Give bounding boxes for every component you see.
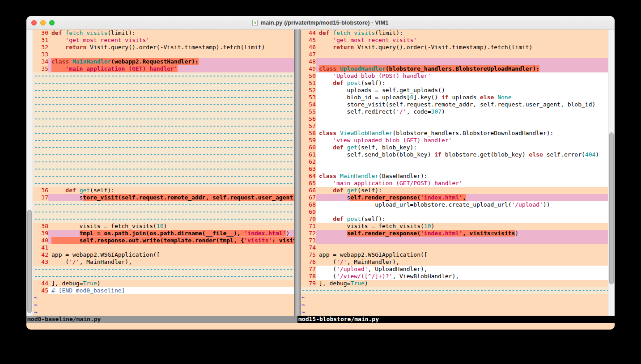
line-number: 32: [33, 44, 48, 51]
code-line: # [END mod0_baseline]: [48, 287, 294, 294]
code-row: 69: [301, 208, 608, 216]
line-number: 31: [33, 37, 48, 44]
diff-filler-dashes: ----------------------------------------…: [34, 130, 294, 137]
code-row: 71 visits = fetch_visits(10): [301, 223, 608, 230]
nontext-tilde: ~: [33, 301, 38, 309]
code-row: 38 visits = fetch_visits(10): [33, 223, 294, 230]
code-line: return Visit.query().order(-Visit.timest…: [48, 44, 294, 51]
diff-filler-row: ----------------------------------------…: [33, 180, 294, 187]
split-divider[interactable]: [294, 30, 301, 316]
code-row: 46 return Visit.query().order(-Visit.tim…: [301, 44, 608, 51]
line-number: 49: [301, 65, 316, 72]
code-line: ], debug=True): [316, 280, 608, 287]
tilde-row: ~: [301, 301, 608, 309]
line-number: 55: [301, 108, 316, 115]
code-line: 'get most recent visits': [316, 37, 608, 44]
right-scrollbar-thumb[interactable]: [609, 132, 614, 284]
diff-filler-dashes: ----------------------------------------…: [34, 180, 294, 187]
titlebar[interactable]: V main.py (/private/tmp/mod15-blobstore)…: [26, 16, 615, 30]
line-number: 56: [301, 115, 316, 123]
code-line: [48, 51, 294, 58]
diff-filler-row: ----------------------------------------…: [33, 87, 294, 94]
code-row: 61 self.send_blob(blob_key) if blobstore…: [301, 151, 608, 158]
code-row: 56: [301, 115, 608, 123]
line-number: 51: [301, 80, 316, 87]
minimize-button[interactable]: [40, 20, 46, 25]
diff-filler-dashes: ----------------------------------------…: [34, 273, 294, 280]
code-line: def get(self):: [48, 187, 294, 194]
line-number: 70: [301, 216, 316, 223]
close-button[interactable]: [31, 20, 37, 25]
diff-filler-row: ----------------------------------------…: [33, 216, 294, 223]
line-number: 47: [301, 51, 316, 58]
right-scrollbar[interactable]: [608, 30, 615, 316]
line-number: 77: [301, 266, 316, 273]
code-line: visits = fetch_visits(10): [48, 223, 294, 230]
code-row: 47: [301, 51, 608, 58]
code-line: [316, 237, 608, 244]
diff-filler-row: ----------------------------------------…: [33, 266, 294, 273]
diff-filler-row: ----------------------------------------…: [33, 201, 294, 208]
code-row: 76 ('/', MainHandler),: [301, 258, 608, 266]
code-row: 44def fetch_visits(limit):: [301, 30, 608, 37]
line-number: 48: [301, 58, 316, 65]
line-number: 53: [301, 94, 316, 101]
code-line: ('/', MainHandler),: [48, 258, 294, 266]
line-number: 68: [301, 201, 316, 208]
code-row: 78 ('/view/([^/]+)?', ViewBlobHandler),: [301, 273, 608, 280]
code-line: def fetch_visits(limit):: [316, 30, 608, 37]
line-number: 44: [301, 30, 316, 37]
zoom-button[interactable]: [49, 20, 55, 25]
line-number: 30: [33, 30, 48, 37]
line-number: 76: [301, 258, 316, 266]
code-row: 79], debug=True): [301, 280, 608, 287]
code-line: [316, 123, 608, 130]
code-line: ('/upload', UploadHandler),: [316, 266, 608, 273]
line-number: 45: [301, 37, 316, 44]
code-row: 53 blob_id = uploads[0].key() if uploads…: [301, 94, 608, 101]
diff-filler-row: ----------------------------------------…: [33, 108, 294, 115]
right-editor-pane[interactable]: 44def fetch_visits(limit):45 'get most r…: [301, 30, 608, 316]
left-scrollbar[interactable]: [26, 30, 33, 316]
left-editor-pane[interactable]: 30def fetch_visits(limit):31 'get most r…: [33, 30, 294, 316]
code-line: class UploadHandler(blobstore_handlers.B…: [316, 65, 608, 72]
status-row: mod0-baseline/main.py mod15-blobstore/ma…: [26, 316, 615, 323]
nontext-tilde: ~: [33, 294, 38, 301]
vim-main-area: 30def fetch_visits(limit):31 'get most r…: [26, 30, 615, 330]
code-line: self.send_blob(blob_key) if blobstore.ge…: [316, 151, 608, 158]
line-number: 40: [33, 237, 48, 244]
diff-filler-row: ----------------------------------------…: [301, 287, 608, 294]
line-number: 46: [301, 44, 316, 51]
code-row: 62: [301, 158, 608, 165]
diff-filler-row: ----------------------------------------…: [33, 101, 294, 108]
code-line: [316, 165, 608, 173]
diff-filler-row: ----------------------------------------…: [33, 273, 294, 280]
line-number: 58: [301, 130, 316, 137]
diff-filler-dashes: ----------------------------------------…: [34, 208, 294, 216]
code-row: 45 'get most recent visits': [301, 37, 608, 44]
code-row: 63: [301, 165, 608, 173]
line-number: 52: [301, 87, 316, 94]
code-line: [48, 244, 294, 251]
left-status-line: mod0-baseline/main.py: [26, 316, 297, 323]
code-row: 32 return Visit.query().order(-Visit.tim…: [33, 44, 294, 51]
code-row: 68 upload_url=blobstore.create_upload_ur…: [301, 201, 608, 208]
diff-filler-row: ----------------------------------------…: [33, 137, 294, 144]
code-line: visits = fetch_visits(10): [316, 223, 608, 230]
left-scrollbar-thumb[interactable]: [27, 210, 32, 313]
line-number: 44: [33, 280, 48, 287]
diff-filler-dashes: ----------------------------------------…: [34, 165, 294, 173]
code-row: 37 store_visit(self.request.remote_addr,…: [33, 194, 294, 201]
line-number: 50: [301, 72, 316, 80]
code-line: ('/view/([^/]+)?', ViewBlobHandler),: [316, 273, 608, 280]
code-row: 72 self.render_response('index.html', vi…: [301, 230, 608, 237]
window-title: main.py (/private/tmp/mod15-blobstore) -…: [260, 19, 388, 26]
nontext-tilde: ~: [301, 301, 305, 309]
diff-split-view: 30def fetch_visits(limit):31 'get most r…: [26, 30, 615, 316]
code-row: 30def fetch_visits(limit):: [33, 30, 294, 37]
window-title-area: V main.py (/private/tmp/mod15-blobstore)…: [26, 19, 615, 26]
code-line: [316, 244, 608, 251]
code-line: 'main application (GET) handler': [48, 65, 294, 72]
diff-filler-row: ----------------------------------------…: [33, 151, 294, 158]
code-row: 40 self.response.out.write(template.rend…: [33, 237, 294, 244]
